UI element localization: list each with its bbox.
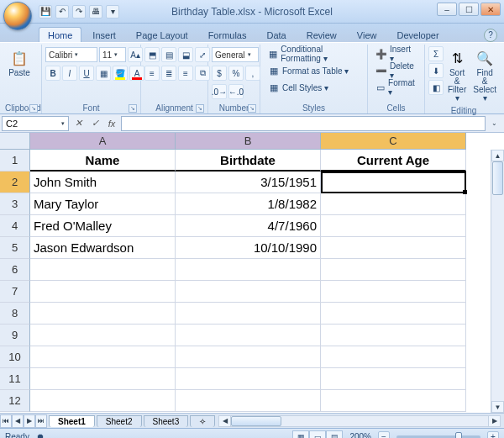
autosum-icon[interactable]: Σ — [428, 46, 444, 61]
hscroll-thumb[interactable] — [231, 416, 281, 426]
scroll-left-icon[interactable]: ◀ — [219, 416, 231, 426]
paste-button[interactable]: 📋 Paste — [5, 46, 34, 80]
sort-filter-button[interactable]: ⇅ Sort & Filter ▾ — [445, 46, 469, 105]
name-box[interactable]: C2▾ — [2, 116, 69, 131]
cell-b4[interactable]: 4/7/1960 — [176, 215, 321, 237]
cell-a2[interactable]: John Smith — [30, 172, 176, 193]
scroll-thumb[interactable] — [492, 161, 503, 195]
zoom-level[interactable]: 200% — [349, 432, 371, 438]
align-left-icon[interactable]: ≡ — [144, 66, 160, 81]
col-header-c[interactable]: C — [321, 133, 466, 150]
cell-c5[interactable] — [321, 237, 466, 259]
scroll-right-icon[interactable]: ▶ — [488, 416, 500, 426]
view-page-break-icon[interactable]: ▤ — [326, 430, 343, 439]
minimize-button[interactable]: – — [437, 3, 457, 16]
tab-insert[interactable]: Insert — [83, 27, 125, 42]
view-normal-icon[interactable]: ▦ — [292, 430, 309, 439]
tab-home[interactable]: Home — [39, 27, 81, 42]
percent-icon[interactable]: % — [228, 66, 244, 81]
cell[interactable] — [30, 368, 176, 390]
sheet-tab-1[interactable]: Sheet1 — [49, 415, 95, 427]
undo-icon[interactable]: ↶ — [55, 5, 69, 18]
cell-c1[interactable]: Current Age — [321, 150, 466, 172]
border-icon[interactable]: ▦ — [96, 66, 111, 81]
horizontal-scrollbar[interactable]: ◀ ▶ — [218, 415, 501, 427]
cell[interactable] — [176, 368, 321, 390]
align-center-icon[interactable]: ≣ — [161, 66, 176, 81]
row-header-12[interactable]: 12 — [0, 390, 30, 412]
cell[interactable] — [176, 259, 321, 281]
row-header-8[interactable]: 8 — [0, 303, 30, 325]
cell[interactable] — [321, 346, 466, 368]
cells-area[interactable]: Name Birthdate Current Age John Smith 3/… — [30, 150, 504, 413]
row-header-5[interactable]: 5 — [0, 237, 30, 259]
cell-b1[interactable]: Birthdate — [176, 150, 321, 172]
cell[interactable] — [321, 368, 466, 390]
align-middle-icon[interactable]: ▤ — [161, 47, 176, 62]
row-header-10[interactable]: 10 — [0, 346, 30, 368]
cancel-icon[interactable]: ✕ — [71, 116, 86, 131]
row-header-4[interactable]: 4 — [0, 215, 30, 237]
tab-data[interactable]: Data — [257, 27, 295, 42]
macro-record-icon[interactable]: ⏺ — [36, 432, 45, 438]
vertical-scrollbar[interactable]: ▲ ▼ — [491, 150, 504, 413]
cell[interactable] — [176, 390, 321, 412]
cell[interactable] — [30, 303, 176, 325]
cell[interactable] — [30, 390, 176, 412]
tab-review[interactable]: Review — [297, 27, 346, 42]
select-all-corner[interactable] — [0, 133, 30, 150]
close-button[interactable]: ✕ — [480, 3, 501, 16]
font-name-combo[interactable]: Calibri▾ — [45, 47, 97, 62]
cell-a5[interactable]: Jason Edwardson — [30, 237, 176, 259]
decrease-decimal-icon[interactable]: ←.0 — [228, 84, 244, 99]
alignment-launcher-icon[interactable]: ↘ — [196, 104, 204, 113]
scroll-down-icon[interactable]: ▼ — [491, 401, 504, 413]
conditional-formatting-button[interactable]: ▦Conditional Formatting ▾ — [264, 46, 364, 61]
zoom-slider[interactable] — [396, 435, 480, 439]
help-icon[interactable]: ? — [484, 29, 497, 42]
expand-formula-bar-icon[interactable]: ⌄ — [487, 116, 501, 131]
fx-icon[interactable]: fx — [104, 116, 119, 131]
cell[interactable] — [176, 325, 321, 346]
tab-view[interactable]: View — [348, 27, 386, 42]
view-page-layout-icon[interactable]: ▭ — [309, 430, 326, 439]
cell-c3[interactable] — [321, 193, 466, 215]
clear-icon[interactable]: ◧ — [428, 80, 444, 95]
sheet-tab-2[interactable]: Sheet2 — [97, 415, 142, 427]
cell[interactable] — [321, 259, 466, 281]
zoom-in-button[interactable]: + — [487, 431, 499, 439]
format-cells-button[interactable]: ▭Format ▾ — [371, 80, 421, 95]
scroll-up-icon[interactable]: ▲ — [491, 150, 504, 161]
cell-b5[interactable]: 10/10/1990 — [176, 237, 321, 259]
sheet-tab-3[interactable]: Sheet3 — [144, 415, 189, 427]
cell[interactable] — [176, 281, 321, 303]
delete-cells-button[interactable]: ➖Delete ▾ — [371, 63, 421, 78]
tab-nav-prev-icon[interactable]: ◀ — [12, 414, 24, 428]
align-bottom-icon[interactable]: ⬓ — [178, 47, 193, 62]
cell-b3[interactable]: 1/8/1982 — [176, 193, 321, 215]
new-sheet-icon[interactable]: ✧ — [190, 415, 215, 427]
quick-print-icon[interactable]: 🖶 — [89, 5, 102, 18]
align-top-icon[interactable]: ⬒ — [144, 47, 160, 62]
qat-more-icon[interactable]: ▾ — [106, 5, 119, 18]
row-header-7[interactable]: 7 — [0, 281, 30, 303]
cell[interactable] — [321, 281, 466, 303]
row-header-3[interactable]: 3 — [0, 193, 30, 215]
fill-icon[interactable]: ⬇ — [428, 63, 444, 78]
cell[interactable] — [321, 390, 466, 412]
cell-styles-button[interactable]: ▦Cell Styles ▾ — [264, 80, 333, 95]
tab-developer[interactable]: Developer — [387, 27, 448, 42]
fill-color-icon[interactable]: 🪣 — [113, 66, 128, 81]
cell-c4[interactable] — [321, 215, 466, 237]
cell[interactable] — [30, 259, 176, 281]
cell[interactable] — [176, 303, 321, 325]
tab-nav-last-icon[interactable]: ⏭ — [35, 414, 47, 428]
cell[interactable] — [321, 325, 466, 346]
formula-input[interactable] — [121, 116, 486, 131]
col-header-b[interactable]: B — [176, 133, 321, 150]
find-select-button[interactable]: 🔍 Find & Select ▾ — [470, 46, 499, 105]
row-header-9[interactable]: 9 — [0, 325, 30, 346]
cell-a3[interactable]: Mary Taylor — [30, 193, 176, 215]
office-button[interactable] — [3, 2, 32, 30]
zoom-slider-knob[interactable] — [455, 432, 462, 439]
